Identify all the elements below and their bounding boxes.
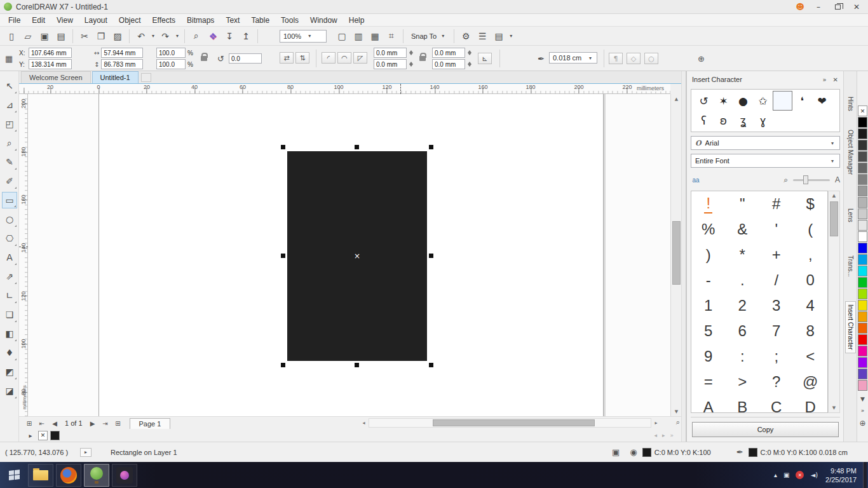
corner-radius-br-field[interactable]: 0.0 mm	[432, 59, 465, 69]
cut-icon[interactable]: ✂	[77, 29, 92, 44]
file-explorer-icon[interactable]	[28, 464, 53, 487]
options-gear-icon[interactable]: ⚙	[458, 29, 473, 44]
relative-corner-scaling-button[interactable]: ⊾	[478, 53, 492, 64]
grid-scroll-down-icon[interactable]: ▼	[829, 403, 839, 412]
scroll-down-icon[interactable]: ▼	[671, 407, 682, 416]
character-cell[interactable]: "	[726, 191, 760, 217]
character-cell[interactable]: =	[691, 369, 726, 395]
corner-tl-spinner[interactable]	[409, 48, 415, 57]
color-swatch[interactable]	[858, 334, 867, 345]
firefox-icon[interactable]	[56, 464, 81, 487]
fill-color-swatch[interactable]	[642, 448, 651, 457]
canvas-horizontal-scrollbar[interactable]: ◂ ▸	[359, 418, 661, 428]
document-navigator-icon[interactable]: ⊕	[859, 419, 865, 428]
color-swatch[interactable]	[858, 323, 867, 334]
account-icon[interactable]: ☻	[792, 2, 808, 11]
character-cell[interactable]: %	[691, 217, 726, 242]
copy-button[interactable]: Copy	[692, 422, 839, 437]
scroll-up-icon[interactable]: ▲	[671, 94, 682, 104]
undo-dropdown-icon[interactable]: ▾	[150, 33, 156, 39]
color-swatch[interactable]	[858, 266, 867, 276]
corner-radius-tr-field[interactable]: 0.0 mm	[432, 48, 465, 58]
new-document-icon[interactable]: ▯	[4, 29, 19, 44]
menu-view[interactable]: View	[51, 15, 79, 26]
paste-icon[interactable]: ▨	[110, 29, 125, 44]
character-cell[interactable]: 4	[794, 293, 828, 318]
vertical-scroll-thumb[interactable]	[672, 221, 681, 285]
wrap-paragraph-text-button[interactable]: ¶	[609, 53, 623, 64]
export-icon[interactable]: ↥	[238, 29, 254, 44]
mirror-horizontal-button[interactable]: ⇄	[280, 52, 294, 64]
recent-character[interactable]	[773, 91, 792, 111]
palette-flyout-icon[interactable]: »	[670, 432, 674, 438]
color-swatch[interactable]	[858, 128, 867, 139]
character-cell[interactable]: 6	[726, 318, 760, 344]
color-swatch[interactable]	[858, 140, 867, 151]
interactive-fill-tool[interactable]: ◩	[2, 363, 17, 380]
color-swatch[interactable]	[858, 197, 867, 208]
scroll-left-icon[interactable]: ◂	[359, 420, 369, 426]
character-cell[interactable]: #	[759, 191, 794, 217]
show-grid-icon[interactable]: ▦	[367, 29, 383, 44]
color-swatch[interactable]	[858, 369, 867, 379]
color-swatch[interactable]	[858, 151, 867, 162]
horizontal-ruler[interactable]: 20 0 20 40 60 80 100 120 140 160 180 200…	[19, 84, 670, 94]
tray-alert-icon[interactable]: ✕	[796, 471, 804, 479]
corner-br-spinner[interactable]	[468, 60, 473, 69]
scroll-right-icon[interactable]: ▸	[651, 420, 661, 426]
palette-flyout-icon[interactable]: »	[861, 407, 865, 414]
page-1-tab[interactable]: Page 1	[130, 418, 171, 429]
character-cell[interactable]: &	[726, 217, 760, 242]
new-document-tab-button[interactable]	[141, 73, 151, 82]
palette-scroll-left-icon[interactable]: ◂	[654, 432, 657, 438]
corners-together-icon[interactable]	[419, 56, 426, 61]
menu-layout[interactable]: Layout	[79, 15, 113, 26]
recent-character[interactable]: ❤	[812, 91, 832, 111]
recent-character[interactable]: ●	[733, 91, 753, 111]
character-cell[interactable]: /	[759, 268, 794, 293]
mirror-vertical-button[interactable]: ⇅	[295, 52, 309, 64]
object-height-field[interactable]: 86.783 mm	[101, 59, 143, 69]
recent-character[interactable]: ✶	[714, 91, 733, 111]
add-page-button-end[interactable]: ⊞	[113, 420, 123, 427]
symmetry-button[interactable]: ○	[644, 53, 658, 64]
document-grid-icon[interactable]: ▦	[5, 54, 13, 64]
scale-v-field[interactable]: 100.0	[156, 59, 186, 69]
character-cell[interactable]: $	[794, 191, 828, 217]
color-swatch[interactable]	[858, 346, 867, 356]
character-cell[interactable]: <	[794, 344, 828, 369]
round-corner-button[interactable]: ◜	[322, 52, 336, 64]
recent-character[interactable]: ↺	[694, 91, 714, 111]
character-cell[interactable]: 0	[794, 268, 828, 293]
next-page-button[interactable]: ▶	[88, 420, 98, 427]
import-icon[interactable]: ↧	[222, 29, 237, 44]
zoom-level-select[interactable]: 100% ▾	[280, 30, 327, 43]
tray-expand-icon[interactable]: ▴	[774, 471, 777, 478]
character-cell[interactable]: 7	[759, 318, 794, 344]
show-desktop-button[interactable]	[863, 462, 867, 488]
menu-table[interactable]: Table	[245, 15, 275, 26]
selection-handle-middle-right[interactable]	[429, 254, 433, 258]
customize-dropdown-icon[interactable]: ▾	[508, 33, 514, 39]
vertical-ruler[interactable]: 200 180 160 140 120 100 80 millimeters	[19, 94, 28, 416]
color-swatch[interactable]	[858, 300, 867, 311]
search-content-icon[interactable]: ⌕	[189, 29, 204, 44]
character-grid-scrollbar[interactable]: ▲ ▼	[828, 191, 840, 413]
minimize-button[interactable]: –	[810, 1, 827, 13]
character-cell[interactable]: .	[726, 268, 760, 293]
add-page-button[interactable]: ⊞	[24, 420, 34, 427]
case-sensitive-icon[interactable]: aa	[691, 177, 701, 183]
slider-thumb[interactable]	[803, 175, 808, 184]
color-swatch[interactable]	[858, 288, 867, 299]
character-cell[interactable]: 8	[794, 318, 828, 344]
no-color-swatch[interactable]: ✕	[858, 105, 867, 116]
color-swatch[interactable]	[858, 254, 867, 265]
selection-handle-middle-left[interactable]	[281, 254, 285, 258]
display-settings-icon[interactable]: ▣	[612, 447, 620, 457]
character-cell[interactable]: '	[759, 217, 794, 242]
selection-handle-bottom-middle[interactable]	[355, 363, 359, 367]
menu-text[interactable]: Text	[220, 15, 245, 26]
font-select[interactable]: O Arial ▾	[691, 136, 840, 150]
menu-help[interactable]: Help	[343, 15, 370, 26]
color-swatch[interactable]	[858, 174, 867, 185]
